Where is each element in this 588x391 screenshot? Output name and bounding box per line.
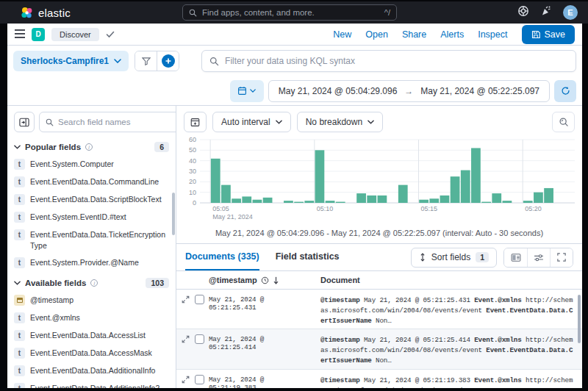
tab-documents[interactable]: Documents (335) (185, 244, 259, 270)
screenshot-frame: elastic ^/ (0, 0, 588, 391)
nav-link-inspect[interactable]: Inspect (478, 29, 507, 40)
field-name: Event.EventData.Data.ScriptBlockText (30, 194, 162, 205)
grid-rows: May 21, 2024 @ 05:21:25.431@timestamp Ma… (176, 290, 582, 388)
table-row[interactable]: May 21, 2024 @ 05:21:19.383@timestamp Ma… (176, 370, 582, 388)
clock-icon (261, 276, 269, 284)
document-cell: @timestamp May 21, 2024 @ 05:21:25.431 E… (315, 293, 582, 326)
nav-link-alerts[interactable]: Alerts (440, 29, 464, 40)
row-checkbox[interactable] (195, 295, 204, 304)
field-list-item[interactable]: t Event.EventData.Data.CommandLine (14, 176, 169, 187)
app-name-pill[interactable]: Discover (51, 28, 99, 41)
chevron-down-icon (14, 281, 21, 285)
field-search-box[interactable]: 0 (39, 112, 176, 132)
display-options-button[interactable] (527, 248, 550, 267)
document-count-histogram-svg[interactable]: 010203040506005:0505:1005:1505:20May 21,… (179, 135, 578, 222)
lens-magnifier-icon (559, 117, 569, 127)
field-list-item[interactable]: t Event.EventData.Data.AccessList (14, 330, 169, 341)
section-label: Popular fields (25, 143, 81, 151)
svg-text:30: 30 (189, 168, 196, 175)
field-name: Event.EventData.Data.CommandLine (30, 176, 159, 187)
document-column-header[interactable]: Document (315, 276, 582, 284)
timestamp-cell: May 21, 2024 @ 05:21:25.431 (209, 293, 315, 326)
search-icon (46, 118, 54, 126)
row-checkbox[interactable] (195, 375, 204, 384)
filter-funnel-icon (142, 57, 151, 65)
grid-header-row: @timestamp Document (176, 271, 582, 290)
sidebar-scrollbar-thumb[interactable] (172, 193, 175, 235)
nav-link-open[interactable]: Open (365, 29, 388, 40)
field-search-input[interactable] (58, 118, 171, 126)
expand-document-button[interactable] (182, 334, 190, 343)
help-icon[interactable] (517, 5, 529, 20)
table-row[interactable]: May 21, 2024 @ 05:21:25.431@timestamp Ma… (176, 290, 582, 329)
time-range-end[interactable]: May 21, 2024 @ 05:22:25.097 (420, 86, 539, 96)
save-button[interactable]: Save (522, 25, 576, 44)
field-list-item[interactable]: t Event.@xmlns (14, 312, 169, 323)
hide-chart-button[interactable] (184, 112, 207, 132)
svg-text:50: 50 (189, 146, 196, 154)
svg-text:20: 20 (189, 178, 196, 185)
expand-document-button[interactable] (182, 295, 190, 304)
kql-query-input[interactable] (225, 56, 568, 66)
grid-scrollbar-thumb[interactable] (578, 295, 581, 343)
row-checkbox[interactable] (195, 334, 204, 344)
field-list-item[interactable]: t Event.EventData.Data.AdditionalInfo2 (14, 383, 169, 388)
grid-density-icon (511, 254, 521, 262)
field-type-icon: t (14, 257, 25, 268)
interval-select[interactable]: Auto interval (212, 112, 291, 132)
discover-app-badge[interactable]: D (32, 28, 45, 41)
info-icon: i (90, 279, 98, 287)
whats-new-party-icon[interactable] (540, 5, 552, 20)
field-list-item[interactable]: t Event.System.EventID.#text (14, 212, 169, 223)
menu-hamburger-icon[interactable] (15, 28, 25, 41)
field-name: Event.System.Provider.@Name (30, 257, 139, 268)
histogram-chart[interactable]: 010203040506005:0505:1005:1505:20May 21,… (179, 135, 578, 225)
edit-visualization-lens-button[interactable] (552, 112, 575, 132)
field-list-item[interactable]: t Event.EventData.Data.ScriptBlockText (14, 194, 169, 205)
sort-fields-button[interactable]: Sort fields 1 (411, 248, 497, 268)
field-name: Event.EventData.Data.TicketEncryptionTyp… (30, 229, 169, 251)
sliders-icon (534, 254, 544, 262)
tab-field-statistics[interactable]: Field statistics (276, 244, 340, 270)
popular-fields-header[interactable]: Popular fields i 6 (14, 142, 169, 152)
time-range-bar: May 21, 2024 @ 05:04:29.096 → May 21, 20… (7, 76, 582, 106)
date-picker-quick-menu[interactable] (230, 80, 264, 102)
field-list-item[interactable]: t Event.EventData.Data.AdditionalInfo (14, 365, 169, 376)
table-row[interactable]: May 21, 2024 @ 05:21:25.414@timestamp Ma… (176, 329, 582, 369)
field-list-item[interactable]: t Event.EventData.Data.AccessMask (14, 348, 169, 359)
save-floppy-icon (531, 30, 540, 39)
time-range-start[interactable]: May 21, 2024 @ 05:04:29.096 (279, 86, 398, 96)
app-navbar: D Discover New Open Share Alerts Inspect (7, 24, 582, 46)
global-search[interactable]: ^/ (182, 4, 397, 21)
breakdown-select[interactable]: No breakdown (297, 112, 383, 132)
search-icon (209, 57, 219, 66)
elastic-brand[interactable]: elastic (21, 7, 71, 19)
svg-text:60: 60 (189, 136, 196, 143)
expand-document-icon (182, 295, 190, 304)
nav-link-new[interactable]: New (333, 29, 351, 40)
refresh-button[interactable] (554, 80, 576, 102)
collapse-sidebar-button[interactable] (14, 112, 35, 132)
available-fields-header[interactable]: Available fields i 103 (14, 278, 169, 288)
timestamp-column-header[interactable]: @timestamp (209, 276, 315, 284)
global-header: elastic ^/ (0, 1, 588, 24)
kql-query-input-box[interactable] (201, 50, 576, 72)
data-view-picker[interactable]: Sherlocks-Campfire1 (13, 51, 129, 71)
field-list-item[interactable]: @timestamp (14, 295, 169, 306)
sort-descending-arrow-icon[interactable] (273, 276, 279, 284)
nav-link-share[interactable]: Share (402, 29, 426, 40)
field-list-item[interactable]: t Event.System.Computer (14, 159, 169, 170)
filter-funnel-button[interactable] (135, 51, 157, 71)
field-type-icon: t (14, 176, 25, 187)
user-avatar[interactable]: E (563, 5, 578, 20)
field-list-item[interactable]: t Event.System.Provider.@Name (14, 257, 169, 268)
density-grid-button[interactable] (504, 248, 527, 267)
add-filter-button[interactable] (157, 51, 179, 71)
expand-document-button[interactable] (182, 375, 190, 384)
fullscreen-button[interactable] (550, 248, 573, 267)
time-range-field[interactable]: May 21, 2024 @ 05:04:29.096 → May 21, 20… (268, 80, 550, 102)
sort-fields-count-badge: 1 (476, 252, 489, 262)
global-search-input[interactable] (202, 8, 379, 17)
documents-grid: @timestamp Document May 21 (176, 271, 582, 388)
field-list-item[interactable]: t Event.EventData.Data.TicketEncryptionT… (14, 229, 169, 251)
